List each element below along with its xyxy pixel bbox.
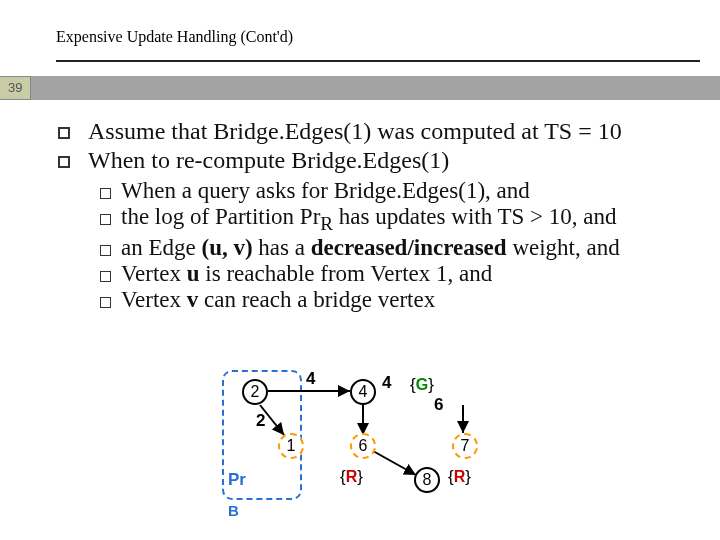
boundary-label: B [228,502,239,519]
sub-bullet-text: Vertex v can reach a bridge vertex [121,287,435,313]
page-number: 39 [0,76,31,100]
sub-bullet-text: the log of Partition PrR has updates wit… [121,204,617,235]
sub-bullet-point: Vertex u is reachable from Vertex 1, and [100,261,680,287]
sub-bullet-icon [100,271,111,282]
sub-bullet-text: When a query asks for Bridge.Edges(1), a… [121,178,530,204]
edge-arrow [230,375,530,535]
svg-line-3 [373,451,416,475]
tag-group: {G} [410,375,434,395]
tag-group: {R} [340,467,363,487]
sub-bullet-text: Vertex u is reachable from Vertex 1, and [121,261,492,287]
graph-node-dashed: 1 [278,433,304,459]
sub-bullet-point: Vertex v can reach a bridge vertex [100,287,680,313]
graph-node: 4 [350,379,376,405]
page-number-bar: 39 [0,76,720,100]
graph-node: 8 [414,467,440,493]
bullet-icon [58,127,70,139]
bullet-point: Assume that Bridge.Edges(1) was computed… [58,118,680,145]
sub-bullet-point: the log of Partition PrR has updates wit… [100,204,680,235]
edge-weight: 2 [256,411,265,431]
sub-bullet-point: an Edge (u, v) has a decreased/increased… [100,235,680,261]
slide-content: Assume that Bridge.Edges(1) was computed… [0,100,720,313]
sub-bullet-text: an Edge (u, v) has a decreased/increased… [121,235,620,261]
tag-group: {R} [448,467,471,487]
sub-bullet-icon [100,214,111,225]
bullet-text: When to re-compute Bridge.Edges(1) [88,147,449,174]
bullet-icon [58,156,70,168]
sub-bullet-icon [100,297,111,308]
bullet-point: When to re-compute Bridge.Edges(1) [58,147,680,174]
sub-bullet-icon [100,188,111,199]
edge-weight: 4 [382,373,391,393]
page-title: Expensive Update Handling (Cont'd) [56,0,700,62]
sub-bullet-icon [100,245,111,256]
graph-node: 2 [242,379,268,405]
sub-bullet-point: When a query asks for Bridge.Edges(1), a… [100,178,680,204]
graph-node-dashed: 7 [452,433,478,459]
partition-label: Pr [228,470,246,490]
graph-diagram: 2 4 6 1 8 7 4 4 2 6 {G} {R} {R} Pr B [230,375,530,535]
edge-weight: 4 [306,369,315,389]
bullet-text: Assume that Bridge.Edges(1) was computed… [88,118,622,145]
graph-node-dashed: 6 [350,433,376,459]
edge-weight: 6 [434,395,443,415]
